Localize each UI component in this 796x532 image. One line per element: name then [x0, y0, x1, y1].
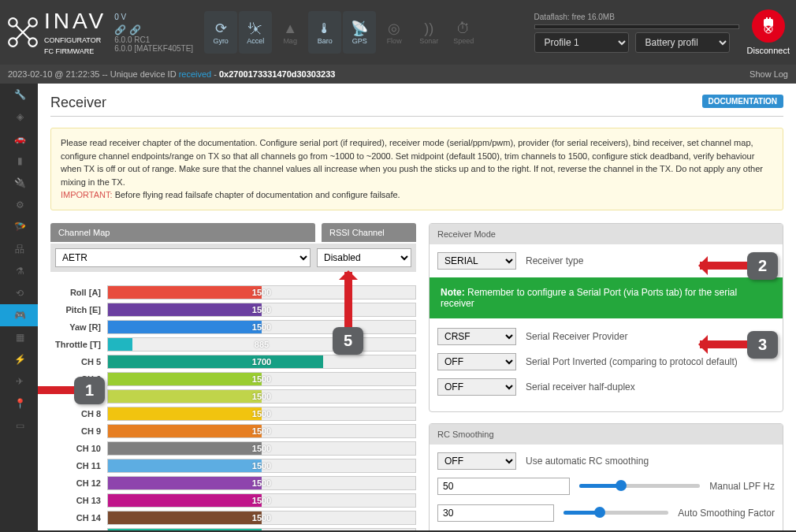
receiver-type-select[interactable]: SERIAL [437, 252, 516, 270]
channel-value: 1500 [252, 444, 271, 453]
logo-drone-icon [6, 16, 39, 49]
channel-label: Throttle [T] [50, 340, 107, 349]
voltage-readout: 0 V [114, 13, 193, 21]
channel-track: 1500 [107, 459, 416, 473]
channel-value: 1700 [252, 357, 271, 366]
right-column: Receiver Mode SERIAL Receiver type Note:… [429, 223, 783, 531]
receiver-mode-title: Receiver Mode [430, 224, 783, 244]
channel-label: CH 7 [50, 392, 107, 401]
serial-inverted-select[interactable]: OFF [437, 353, 516, 370]
manual-lpf-slider[interactable] [579, 484, 701, 488]
channel-value: 1500 [252, 392, 271, 401]
channel-value: 1500 [252, 322, 271, 332]
channel-row: CH 131500 [50, 493, 416, 508]
sidebar-item-config[interactable]: ⚙ [0, 194, 38, 216]
sidebar-item-mission[interactable]: 📍 [0, 392, 38, 415]
channel-label: CH 11 [50, 461, 107, 471]
sensor-status-row: ⟳Gyro⏧Accel▲Mag🌡Baro📡GPS◎Flow))Sonar⏱Spe… [204, 11, 480, 54]
svg-rect-8 [769, 17, 771, 20]
sensor-sonar: ))Sonar [412, 11, 445, 54]
rssi-channel-title: RSSI Channel [322, 223, 416, 242]
notice-text: Please read receiver chapter of the docu… [61, 138, 763, 187]
usb-x-icon [752, 9, 785, 43]
channel-track: 1500 [107, 493, 416, 508]
fw-version-bottom: 6.0.0 [MATEKF405TE] [114, 44, 193, 53]
status-prefix: 2023-02-10 @ 21:22:35 -- Unique device I… [8, 69, 179, 79]
documentation-button[interactable]: DOCUMENTATION [702, 95, 783, 108]
sidebar-item-pid[interactable]: 品 [0, 238, 38, 260]
left-column: Channel Map RSSI Channel AETR Disabled R… [50, 223, 416, 531]
rc-smoothing-title: RC Smoothing [430, 424, 783, 445]
profile-select[interactable]: Profile 1 [534, 32, 629, 53]
auto-factor-input[interactable] [437, 504, 554, 522]
channel-track: 1500 [107, 372, 416, 386]
channel-label: Roll [A] [50, 288, 107, 297]
main-content: DOCUMENTATION Receiver Please read recei… [38, 84, 796, 530]
sensor-flow: ◎Flow [378, 11, 411, 54]
channel-value: 1500 [252, 478, 271, 488]
channel-bars: Roll [A]1500Pitch [E]1500Yaw [R]1500Thro… [50, 281, 416, 531]
show-log-button[interactable]: Show Log [750, 69, 788, 79]
channel-row: CH 91500 [50, 423, 416, 439]
channel-track: 1500 [107, 285, 416, 299]
channel-row: CH 71500 [50, 389, 416, 404]
auto-factor-slider[interactable] [564, 511, 669, 515]
channel-track: 1500 [107, 511, 416, 525]
serial-halfduplex-label: Serial receiver half-duplex [526, 381, 635, 392]
sidebar-nav: 🔧 ◈ 🚗 ▮ 🔌 ⚙ 🪂 品 ⚗ ⟲ 🎮 ▦ ⚡ ✈ 📍 ▭ [0, 84, 38, 530]
channel-row: Yaw [R]1500 [50, 319, 416, 335]
channel-label: CH 6 [50, 374, 107, 384]
app-header: INAV CONFIGURATOR FC FIRMWARE 0 V 🔗 🔗 6.… [0, 0, 796, 65]
channel-track: 1500 [107, 303, 416, 317]
serial-provider-select[interactable]: CRSF [437, 328, 516, 345]
sidebar-item-ports[interactable]: 🔌 [0, 172, 38, 194]
sidebar-item-gps[interactable]: ✈ [0, 370, 38, 392]
channel-value: 1500 [252, 305, 271, 314]
battery-profile-select[interactable]: Battery profile 1 [635, 32, 730, 53]
fc-firmware-label: FC FIRMWARE [44, 47, 94, 55]
channel-label: CH 13 [50, 496, 107, 505]
sidebar-item-osd[interactable]: ▭ [0, 415, 38, 437]
channel-label: CH 5 [50, 357, 107, 366]
auto-factor-label: Auto Smoothing Factor [678, 508, 775, 519]
channel-row: CH 151500 [50, 527, 416, 531]
disconnect-button[interactable]: Disconnect [747, 9, 790, 55]
channel-map-select[interactable]: AETR [55, 248, 311, 267]
rc-smoothing-panel: RC Smoothing OFF Use automatic RC smooth… [429, 423, 783, 531]
channel-value: 1500 [252, 374, 271, 384]
channel-track: 1500 [107, 407, 416, 421]
sensor-accel: ⏧Accel [239, 11, 272, 54]
serial-halfduplex-select[interactable]: OFF [437, 378, 516, 396]
brand-name: INAV [44, 9, 106, 34]
sidebar-item-calibration[interactable]: ◈ [0, 106, 38, 128]
sidebar-item-failsafe[interactable]: 🪂 [0, 216, 38, 238]
channel-row: CH 61500 [50, 371, 416, 387]
sidebar-item-advanced[interactable]: ⚗ [0, 260, 38, 282]
channel-value: 1500 [252, 288, 271, 297]
channel-track: 1500 [107, 320, 416, 334]
sidebar-item-setup[interactable]: 🔧 [0, 84, 38, 106]
dataflash-bar [534, 24, 739, 29]
channel-label: CH 10 [50, 444, 107, 453]
sidebar-item-adjustments[interactable]: ⚡ [0, 348, 38, 370]
sensor-baro: 🌡Baro [308, 11, 341, 54]
svg-rect-7 [766, 17, 768, 20]
sidebar-item-programming[interactable]: ⟲ [0, 282, 38, 304]
channel-track: 1500 [107, 424, 416, 438]
rssi-channel-select[interactable]: Disabled [317, 248, 411, 267]
sensor-speed: ⏱Speed [447, 11, 480, 54]
serial-port-note: Note: Remember to configure a Serial Por… [430, 277, 783, 318]
dataflash-label: Dataflash: free 16.0MB [534, 13, 615, 21]
status-bar: 2023-02-10 @ 21:22:35 -- Unique device I… [0, 65, 796, 84]
manual-lpf-input[interactable] [437, 478, 570, 495]
sidebar-item-modes[interactable]: ▦ [0, 326, 38, 348]
channel-row: Pitch [E]1500 [50, 302, 416, 318]
channel-value: 1500 [252, 426, 271, 436]
channel-label: CH 14 [50, 513, 107, 523]
channel-row: Roll [A]1500 [50, 285, 416, 300]
sidebar-item-mixer[interactable]: 🚗 [0, 128, 38, 150]
auto-smoothing-select[interactable]: OFF [437, 452, 516, 470]
sidebar-item-receiver[interactable]: 🎮 [0, 304, 38, 326]
sidebar-item-outputs[interactable]: ▮ [0, 150, 38, 172]
channel-map-title: Channel Map [50, 223, 315, 242]
